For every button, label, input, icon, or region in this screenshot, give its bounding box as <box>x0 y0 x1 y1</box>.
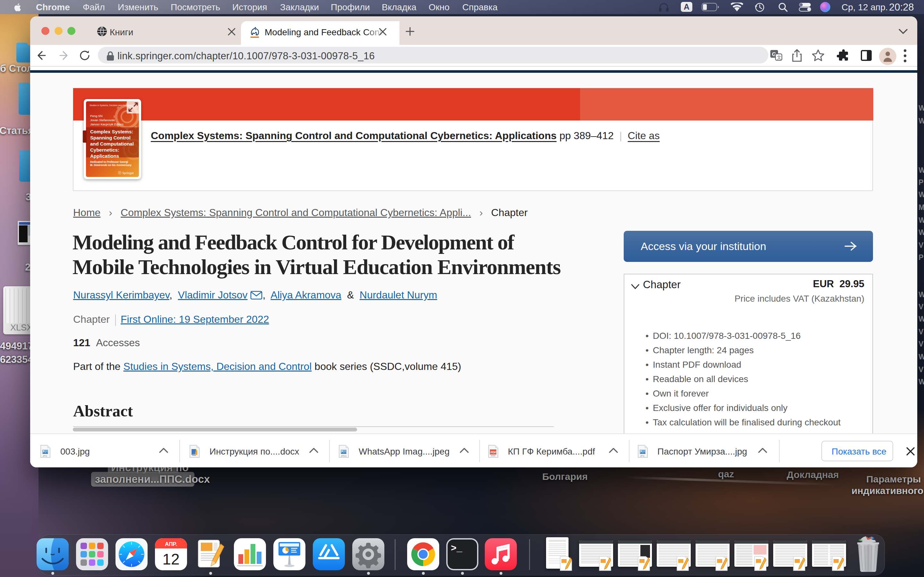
svg-text:JPG: JPG <box>640 455 645 457</box>
svg-text:АПР.: АПР. <box>165 541 177 547</box>
svg-text:Janusz Kacprzyk Editors: Janusz Kacprzyk Editors <box>90 122 124 126</box>
svg-text:and Computational: and Computational <box>90 141 134 147</box>
svg-text:文: 文 <box>777 55 782 60</box>
svg-text:Complex Systems:: Complex Systems: <box>90 129 133 134</box>
svg-text:Peng Shi: Peng Shi <box>90 114 103 118</box>
svg-text:Jovan Stefanovski: Jovan Stefanovski <box>90 118 115 122</box>
svg-text:M. Dimirovski on his Anniversa: M. Dimirovski on his Anniversary <box>90 164 132 167</box>
svg-text:Spanning Control: Spanning Control <box>90 135 131 140</box>
svg-text:>_: >_ <box>451 543 463 554</box>
svg-text:Cybernetics:: Cybernetics: <box>90 147 120 153</box>
svg-text:PDF: PDF <box>491 451 497 454</box>
svg-text:12: 12 <box>162 551 179 568</box>
svg-text:JPEG: JPEG <box>341 455 347 457</box>
svg-text:Ⓥ Springer: Ⓥ Springer <box>118 171 134 175</box>
svg-text:JPG: JPG <box>43 455 47 457</box>
svg-text:Dedicated to Professor Georgi: Dedicated to Professor Georgi <box>90 161 128 163</box>
svg-text:Applications: Applications <box>90 153 119 159</box>
